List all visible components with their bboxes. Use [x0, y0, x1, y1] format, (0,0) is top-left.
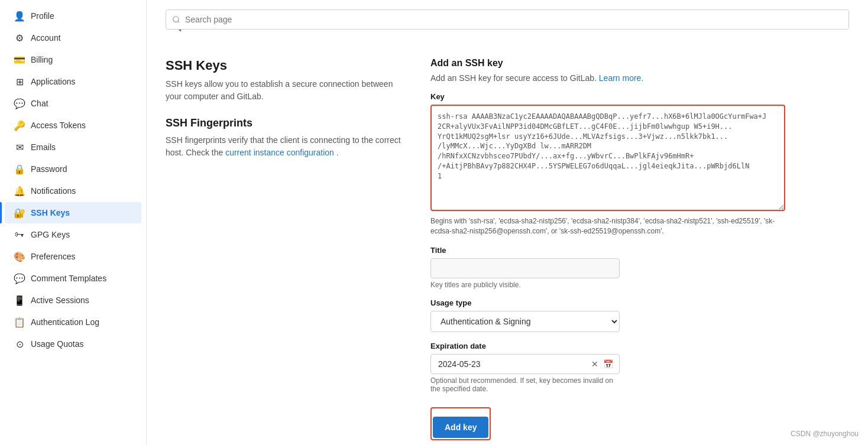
- chat-label: Chat: [31, 99, 48, 108]
- emails-label: Emails: [31, 142, 56, 152]
- search-input[interactable]: [166, 9, 849, 30]
- watermark: CSDN @zhuyonghou: [791, 430, 859, 438]
- active-sessions-label: Active Sessions: [31, 295, 89, 305]
- title-input[interactable]: [430, 258, 620, 278]
- password-label: Password: [31, 164, 67, 174]
- ssh-keys-title: SSH Keys: [166, 58, 402, 73]
- password-icon: 🔒: [14, 164, 25, 174]
- add-ssh-key-subtitle: Add an SSH key for secure access to GitL…: [430, 73, 785, 83]
- date-input[interactable]: [436, 355, 590, 373]
- access-tokens-label: Access Tokens: [31, 121, 86, 130]
- ssh-fingerprints-text-after: .: [336, 148, 339, 157]
- authentication-log-label: Authentication Log: [31, 317, 99, 327]
- profile-icon: 👤: [14, 11, 25, 21]
- sidebar-item-comment-templates[interactable]: 💬Comment Templates: [5, 268, 141, 289]
- ssh-keys-description: SSH keys allow you to establish a secure…: [166, 78, 402, 103]
- sidebar-item-authentication-log[interactable]: 📋Authentication Log: [5, 311, 141, 333]
- sidebar-item-notifications[interactable]: 🔔Notifications: [5, 180, 141, 202]
- key-textarea[interactable]: [430, 105, 785, 211]
- usage-quotas-label: Usage Quotas: [31, 339, 84, 349]
- calendar-button[interactable]: 📅: [602, 358, 614, 370]
- gpg-keys-label: GPG Keys: [31, 230, 70, 239]
- key-field: Key Begins with 'ssh-rsa', 'ecdsa-sha2-n…: [430, 92, 785, 236]
- sidebar-item-password[interactable]: 🔒Password: [5, 158, 141, 180]
- sidebar-item-ssh-keys[interactable]: 🔐SSH Keys: [5, 202, 141, 223]
- main-content: 🔍 SSH Keys SSH keys allow you to establi…: [147, 0, 868, 445]
- learn-more-link[interactable]: Learn more.: [599, 73, 643, 83]
- sidebar-item-applications[interactable]: ⊞Applications: [5, 71, 141, 92]
- ssh-fingerprints-title: SSH Fingerprints: [166, 117, 402, 129]
- add-ssh-key-title: Add an SSH key: [430, 58, 785, 69]
- comment-templates-label: Comment Templates: [31, 274, 106, 283]
- billing-icon: 💳: [14, 54, 25, 65]
- title-label: Title: [430, 246, 785, 255]
- title-hint: Key titles are publicly visible.: [430, 281, 785, 289]
- sidebar-item-gpg-keys[interactable]: 🗝GPG Keys: [5, 224, 141, 245]
- profile-label: Profile: [31, 11, 54, 21]
- expiration-hint: Optional but recommended. If set, key be…: [430, 376, 620, 393]
- emails-icon: ✉: [14, 142, 25, 152]
- right-panel: Add an SSH key Add an SSH key for secure…: [430, 58, 785, 440]
- sidebar-item-chat[interactable]: 💬Chat: [5, 93, 141, 114]
- key-label: Key: [430, 92, 785, 101]
- comment-templates-icon: 💬: [14, 273, 25, 284]
- sidebar-item-preferences[interactable]: 🎨Preferences: [5, 246, 141, 267]
- sidebar-item-access-tokens[interactable]: 🔑Access Tokens: [5, 115, 141, 136]
- usage-quotas-icon: ⊙: [14, 339, 25, 349]
- chat-icon: 💬: [14, 98, 25, 109]
- left-panel: SSH Keys SSH keys allow you to establish…: [166, 58, 402, 440]
- usage-type-field: Usage type Authentication & SigningAuthe…: [430, 298, 785, 332]
- subtitle-text: Add an SSH key for secure access to GitL…: [430, 73, 597, 83]
- preferences-label: Preferences: [31, 252, 75, 261]
- sidebar-item-usage-quotas[interactable]: ⊙Usage Quotas: [5, 333, 141, 355]
- sidebar-item-account[interactable]: ⚙Account: [5, 27, 141, 48]
- billing-label: Billing: [31, 55, 53, 64]
- title-field: Title Key titles are publicly visible.: [430, 246, 785, 289]
- add-key-button-wrapper: Add key: [430, 407, 491, 440]
- current-instance-link[interactable]: current instance configuration: [225, 148, 334, 157]
- date-wrapper: ✕ 📅: [430, 354, 620, 374]
- ssh-keys-icon: 🔐: [14, 207, 25, 218]
- applications-label: Applications: [31, 77, 76, 86]
- sidebar-item-active-sessions[interactable]: 📱Active Sessions: [5, 290, 141, 311]
- authentication-log-icon: 📋: [14, 317, 25, 327]
- sidebar-item-emails[interactable]: ✉Emails: [5, 137, 141, 158]
- key-hint: Begins with 'ssh-rsa', 'ecdsa-sha2-nistp…: [430, 216, 785, 236]
- sidebar: 👤Profile⚙Account💳Billing⊞Applications💬Ch…: [0, 0, 147, 445]
- account-label: Account: [31, 33, 61, 43]
- notifications-icon: 🔔: [14, 186, 25, 196]
- account-icon: ⚙: [14, 33, 25, 43]
- preferences-icon: 🎨: [14, 251, 25, 262]
- expiration-date-field: Expiration date ✕ 📅 Optional but recomme…: [430, 342, 785, 393]
- applications-icon: ⊞: [14, 76, 25, 87]
- add-key-button[interactable]: Add key: [433, 417, 488, 438]
- usage-type-select[interactable]: Authentication & SigningAuthenticationSi…: [430, 311, 620, 332]
- search-wrapper: 🔍: [166, 9, 849, 44]
- content-area: SSH Keys SSH keys allow you to establish…: [166, 58, 849, 440]
- usage-type-label: Usage type: [430, 298, 785, 307]
- sidebar-item-profile[interactable]: 👤Profile: [5, 5, 141, 27]
- gpg-keys-icon: 🗝: [14, 229, 25, 240]
- ssh-fingerprints-description: SSH fingerprints verify that the client …: [166, 134, 402, 159]
- date-icons: ✕ 📅: [590, 358, 614, 370]
- active-sessions-icon: 📱: [14, 295, 25, 306]
- notifications-label: Notifications: [31, 186, 76, 196]
- expiration-date-label: Expiration date: [430, 342, 785, 350]
- access-tokens-icon: 🔑: [14, 120, 25, 131]
- ssh-keys-label: SSH Keys: [31, 208, 70, 217]
- sidebar-item-billing[interactable]: 💳Billing: [5, 49, 141, 70]
- clear-date-button[interactable]: ✕: [590, 358, 600, 370]
